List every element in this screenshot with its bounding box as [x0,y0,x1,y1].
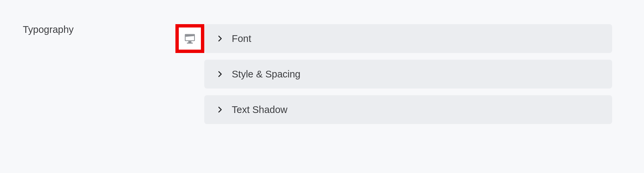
panel-label: Text Shadow [232,104,287,115]
panel-label: Style & Spacing [232,69,301,80]
panel-row-style-spacing: Style & Spacing [175,60,612,89]
device-desktop-button[interactable] [175,24,204,53]
svg-rect-2 [189,41,192,43]
svg-rect-3 [187,43,193,44]
panel-label: Font [232,33,251,44]
panel-row-font: Font [175,24,612,53]
panel-style-spacing[interactable]: Style & Spacing [204,60,612,89]
panel-text-shadow[interactable]: Text Shadow [204,95,612,124]
chevron-right-icon [216,35,224,42]
desktop-icon [184,33,196,45]
chevron-right-icon [216,106,224,113]
section-title: Typography [23,24,175,35]
chevron-right-icon [216,70,224,78]
panel-row-text-shadow: Text Shadow [175,95,612,124]
panel-font[interactable]: Font [204,24,612,53]
